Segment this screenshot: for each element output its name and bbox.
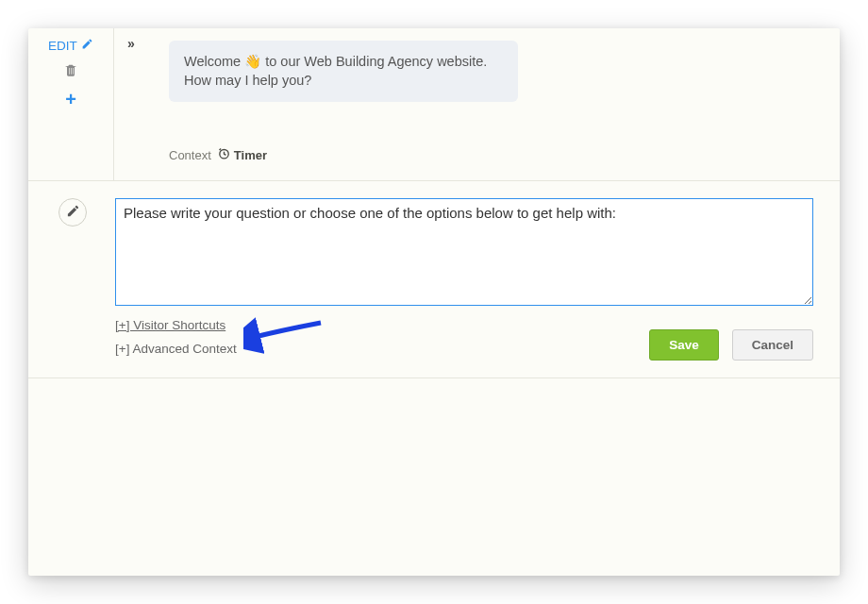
edit-button[interactable]: EDIT [48,38,93,53]
drag-handle[interactable]: » [127,36,135,51]
pencil-icon [66,204,80,221]
message-textarea[interactable] [115,198,813,306]
save-button[interactable]: Save [649,329,719,361]
timer-chip[interactable]: Timer [217,146,267,163]
welcome-text-before: Welcome [184,54,244,69]
cancel-button[interactable]: Cancel [732,329,813,361]
wave-emoji: 👋 [244,54,261,69]
context-label: Context [169,148,211,162]
left-tools: EDIT + [28,28,113,180]
edit-step-indicator[interactable] [58,198,87,226]
trash-icon [63,65,78,80]
timer-icon [217,146,231,163]
pencil-icon [81,38,93,53]
advanced-context-link[interactable]: [+] Advanced Context [115,342,237,356]
visitor-shortcuts-link[interactable]: [+] Visitor Shortcuts [115,318,237,332]
welcome-bubble: Welcome 👋 to our Web Building Agency web… [169,41,518,102]
delete-button[interactable] [63,62,78,80]
add-button[interactable]: + [65,90,76,109]
edit-label: EDIT [48,39,77,53]
plus-icon: + [65,89,76,109]
context-row: Context Timer [169,146,267,163]
timer-label: Timer [234,148,267,162]
